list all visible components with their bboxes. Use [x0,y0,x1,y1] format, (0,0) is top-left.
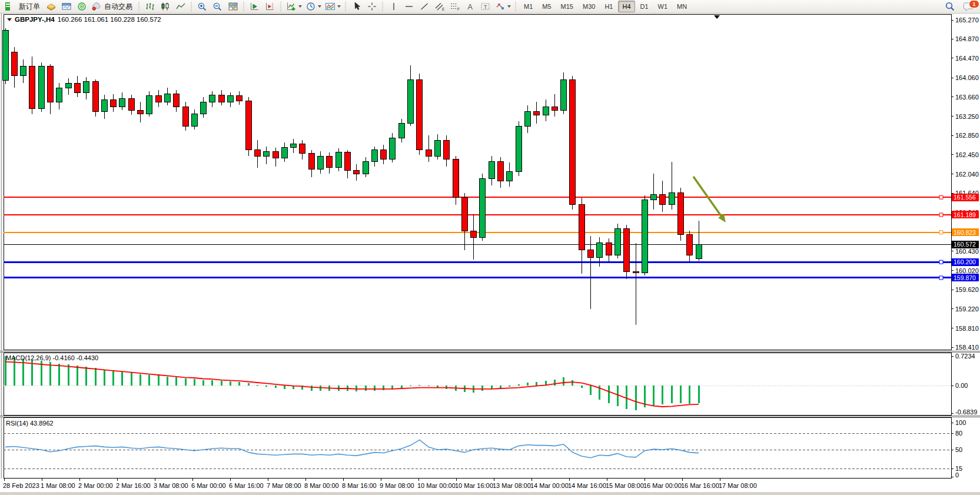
line-handle-icon[interactable] [939,260,943,264]
time-label: 2 Mar 00:00 [78,482,113,489]
chevron-down-icon[interactable] [507,5,511,8]
time-axis[interactable]: 28 Feb 20231 Mar 08:002 Mar 00:002 Mar 1… [0,479,980,492]
window-bottom-edge [0,492,980,495]
time-axis-tick [418,479,419,481]
label-tool-icon[interactable]: T [478,0,493,13]
rsi-panel: 1008050150 [0,417,980,479]
time-axis-tick [192,479,193,481]
time-label: 3 Mar 08:00 [154,482,188,489]
toolbar-group-separator [280,2,283,11]
autotrading-button-label: 自动交易 [102,2,134,12]
auto-scroll-icon[interactable] [247,0,263,13]
line-handle-icon[interactable] [939,276,943,280]
chart-shift-icon[interactable] [263,0,278,13]
timeframe-h1-button[interactable]: H1 [600,1,617,12]
timeframe-h4-button[interactable]: H4 [618,1,634,12]
chat-icon[interactable]: 1 [961,0,976,13]
indicators-button[interactable] [284,0,304,13]
horizontal-line-icon[interactable] [401,0,417,13]
svg-text:160.430: 160.430 [955,248,979,255]
chevron-down-icon[interactable] [337,5,341,8]
macd-plot-border [4,353,951,416]
cursor-icon[interactable] [349,0,364,13]
svg-text:164.470: 164.470 [955,55,979,62]
time-label: 16 Mar 16:00 [681,482,719,489]
main-plot-border [4,14,951,350]
zoom-in-icon[interactable] [195,0,210,13]
svg-text:162.850: 162.850 [955,132,979,139]
svg-text:163.660: 163.660 [955,94,979,101]
chevron-down-icon[interactable] [318,5,321,8]
svg-text:T: T [484,4,487,10]
zoom-out-icon[interactable] [210,0,225,13]
chart-symbol-period: GBPJPY-,H4 [15,16,55,23]
templates-button[interactable] [323,0,343,13]
timeframe-w1-button[interactable]: W1 [654,1,672,12]
time-label: 2 Mar 16:00 [116,482,151,489]
svg-text:159.220: 159.220 [955,305,979,313]
line-chart-icon[interactable] [173,0,188,13]
line-handle-icon[interactable] [939,195,943,199]
time-label: 10 Mar 00:00 [417,482,456,489]
tile-windows-icon[interactable] [225,0,241,13]
timeframe-m30-button[interactable]: M30 [579,1,599,12]
svg-text:163.250: 163.250 [955,113,979,120]
timeframe-m1-button[interactable]: M1 [520,1,537,12]
time-axis-tick [42,479,42,481]
svg-text:-0.6839: -0.6839 [955,408,977,416]
chart-title: GBPJPY-,H4 160.266 161.061 160.228 160.5… [7,16,161,23]
line-handle-icon[interactable] [939,231,943,234]
svg-text:160.823: 160.823 [954,229,976,236]
toolbar-group-separator [381,2,384,11]
svg-text:F: F [457,7,460,11]
line-handle-icon[interactable] [939,213,943,217]
svg-text:161.556: 161.556 [954,194,976,201]
bar-chart-icon[interactable] [142,0,158,13]
timeframe-mn-button[interactable]: MN [673,1,691,12]
trendline-icon[interactable] [417,0,432,13]
timeframe-m15-button[interactable]: M15 [557,1,577,12]
svg-text:162.040: 162.040 [955,171,979,178]
toolbar-group-separator [344,2,347,11]
time-label: 14 Mar 16:00 [568,482,606,489]
time-axis-tick [305,479,306,481]
fibonacci-icon[interactable]: F [447,0,463,13]
time-label: 6 Mar 00:00 [191,482,226,489]
time-label: 13 Mar 08:00 [493,482,531,489]
main-chart: 165.270164.870164.470164.060163.660163.2… [0,14,980,351]
time-label: 14 Mar 00:00 [530,482,569,489]
periods-button[interactable] [304,0,323,13]
autotrading-button[interactable]: 自动交易 [89,0,136,13]
svg-text:164.870: 164.870 [955,35,979,42]
svg-text:0.00: 0.00 [955,382,968,389]
new-order-button[interactable]: 新订单 [15,0,44,13]
time-axis-tick [607,479,607,481]
text-tool-icon[interactable]: A [463,0,478,13]
chevron-down-icon[interactable] [298,5,302,8]
crosshair-icon[interactable] [364,0,380,13]
arrow-tools-button[interactable] [493,0,513,13]
time-axis-tick [569,479,570,481]
chart-menu-arrow-icon[interactable] [7,18,12,21]
search-icon[interactable] [942,0,958,13]
equidistant-channel-icon[interactable]: E [432,0,447,13]
data-window-icon[interactable] [59,0,74,13]
new-chart-icon[interactable] [0,0,15,13]
navigator-icon[interactable] [74,0,89,13]
toolbar: 新订单自动交易EFATM1M5M15M30H1H4D1W1MN 1 [0,0,980,14]
macd-panel: 0.72340.00-0.6839 [0,353,980,416]
timeframe-d1-button[interactable]: D1 [636,1,653,12]
svg-text:160.020: 160.020 [955,267,979,274]
svg-text:160.572: 160.572 [954,241,976,248]
candlestick-chart-icon[interactable] [158,0,173,13]
time-label: 9 Mar 08:00 [380,482,414,489]
time-axis-tick [381,479,381,481]
chart-window: 165.270164.870164.470164.060163.660163.2… [0,14,980,495]
time-axis-tick [79,479,80,481]
market-watch-icon[interactable] [44,0,59,13]
toolbar-group-separator [514,2,517,11]
time-axis-tick [4,479,5,481]
vertical-line-icon[interactable] [386,0,401,13]
toolbar-right: 1 [942,0,976,13]
timeframe-m5-button[interactable]: M5 [538,1,555,12]
